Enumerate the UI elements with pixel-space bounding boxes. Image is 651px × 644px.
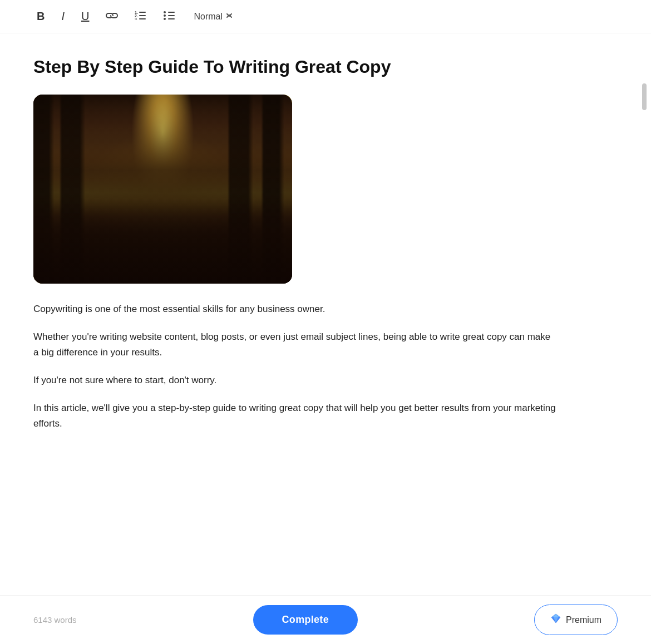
underline-icon: U [81, 10, 89, 23]
svg-point-10 [164, 18, 166, 20]
article-image [33, 95, 292, 284]
word-count: 6143 words [33, 615, 77, 625]
svg-rect-7 [168, 12, 175, 13]
unordered-list-button[interactable] [160, 8, 179, 25]
italic-icon: I [61, 10, 65, 23]
bold-button[interactable]: B [33, 8, 48, 25]
svg-point-6 [164, 11, 166, 13]
style-label: Normal [194, 12, 223, 22]
svg-rect-3 [139, 15, 146, 16]
image-inner [33, 95, 292, 284]
premium-button[interactable]: Premium [534, 605, 618, 635]
svg-rect-11 [168, 18, 175, 19]
premium-label: Premium [566, 615, 601, 625]
content-area: Step By Step Guide To Writing Great Copy… [0, 33, 651, 644]
scrollbar[interactable] [642, 83, 647, 110]
article-title: Step By Step Guide To Writing Great Copy [33, 56, 618, 79]
underline-button[interactable]: U [78, 8, 92, 25]
svg-rect-5 [139, 18, 146, 19]
toolbar: B I U 1. 2. 3. [0, 0, 651, 33]
svg-rect-1 [139, 12, 146, 13]
ordered-list-button[interactable]: 1. 2. 3. [131, 8, 150, 25]
bold-icon: B [37, 10, 45, 23]
svg-marker-14 [551, 614, 560, 617]
style-dropdown[interactable]: Normal [189, 9, 237, 24]
paragraph-3: If you're not sure where to start, don't… [33, 373, 556, 388]
link-button[interactable] [102, 8, 121, 24]
bottom-bar: 6143 words Complete Premium [0, 595, 651, 644]
forest-overlay [33, 95, 292, 284]
svg-text:3.: 3. [135, 17, 138, 20]
diamond-icon [550, 613, 561, 627]
unordered-list-icon [164, 10, 176, 23]
link-icon [106, 11, 118, 22]
paragraph-2: Whether you're writing website content, … [33, 329, 556, 360]
chevron-down-icon [226, 12, 233, 22]
paragraph-1: Copywriting is one of the most essential… [33, 301, 556, 317]
paragraph-4: In this article, we'll give you a step-b… [33, 400, 556, 432]
italic-button[interactable]: I [58, 8, 68, 25]
svg-point-8 [164, 14, 166, 17]
svg-rect-9 [168, 15, 175, 16]
ordered-list-icon: 1. 2. 3. [135, 10, 147, 23]
complete-button[interactable]: Complete [253, 605, 358, 635]
